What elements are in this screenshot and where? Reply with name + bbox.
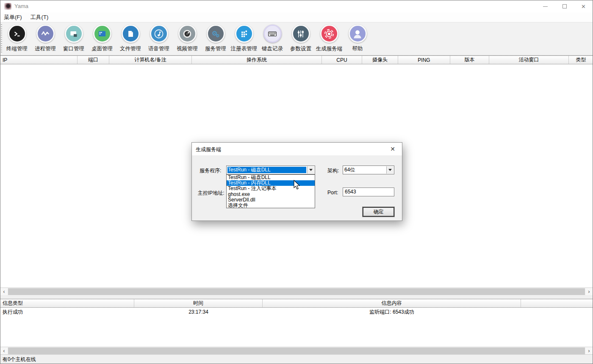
file-icon [125,28,136,39]
scroll-thumb[interactable] [8,347,585,354]
scroll-right-button[interactable]: › [585,347,593,354]
dialog-title-bar: 生成服务端 ✕ [192,143,402,155]
toolbar: 终端管理 进程管理 窗口管理 [0,22,593,55]
column-header-filler [521,299,593,307]
menu-item-file[interactable]: 菜单(F) [0,13,26,22]
help-icon [352,28,363,40]
column-header-msg-content[interactable]: 信息内容 [263,299,521,307]
panel-splitter[interactable] [0,295,593,299]
toolbar-item-terminal[interactable]: 终端管理 [3,25,31,55]
build-server-icon [323,28,335,40]
chevron-down-icon [388,169,392,171]
column-header-ip[interactable]: IP [0,56,78,64]
column-header-camera[interactable]: 摄像头 [362,56,398,64]
app-icon [4,3,11,10]
toolbar-item-file[interactable]: 文件管理 [116,25,144,55]
terminal-icon [11,28,22,39]
desktop-icon [97,28,108,39]
online-hosts-status: 有0个主机在线 [0,356,36,363]
combobox-dropdown-button[interactable] [307,166,314,174]
chevron-down-icon [309,169,313,171]
keylogger-icon [266,28,278,40]
app-title: Yama [14,3,28,9]
toolbar-item-registry[interactable]: 注册表管理 [230,25,258,55]
minimize-icon [543,6,548,7]
toolbar-item-desktop[interactable]: 桌面管理 [88,25,116,55]
arch-label: 架构: [327,167,339,174]
toolbar-item-audio[interactable]: 语音管理 [145,25,173,55]
column-header-type[interactable]: 类型 [569,56,593,64]
log-table-row[interactable]: 执行成功 23:17:34 监听端口: 6543成功 [0,308,593,316]
scroll-right-button[interactable]: › [585,288,593,295]
toolbar-item-process[interactable]: 进程管理 [31,25,59,55]
build-server-dialog: 生成服务端 ✕ 服务程序: TestRun - 磁盘DLL 架构: 64位 主控… [191,142,402,221]
service-program-dropdown-list: TestRun - 磁盘DLL TestRun - 内存DLL TestRun … [226,174,315,208]
port-input[interactable]: 6543 [343,188,394,196]
log-cell-time: 23:17:34 [134,308,263,316]
column-header-msg-type[interactable]: 信息类型 [0,299,134,307]
column-header-computer[interactable]: 计算机名/备注 [109,56,192,64]
title-bar: Yama ✕ [0,0,593,13]
registry-icon [238,28,249,39]
toolbar-item-window[interactable]: 窗口管理 [60,25,88,55]
column-header-active-window[interactable]: 活动窗口 [489,56,569,64]
service-program-combobox[interactable]: TestRun - 磁盘DLL [226,165,315,174]
service-icon: ⚙ ⚙ [210,28,222,40]
toolbar-grip [1,24,2,53]
column-header-cpu[interactable]: CPU [322,56,362,64]
column-header-os[interactable]: 操作系统 [192,56,322,64]
maximize-button[interactable] [555,0,574,13]
log-list-area[interactable] [0,316,593,347]
service-program-value: TestRun - 磁盘DLL [227,167,306,173]
dropdown-item[interactable]: ghost.exe [227,192,315,197]
toolbar-item-build-server[interactable]: 生成服务端 [315,25,343,55]
app-window: Yama ✕ 菜单(F) 工具(T) 终端管理 [0,0,593,364]
ok-button[interactable]: 确定 [363,207,394,217]
host-table-header: IP 端口 计算机名/备注 操作系统 CPU 摄像头 PING 版本 活动窗口 … [0,55,593,64]
control-ip-label: 主控IP地址: [198,190,224,197]
column-header-version[interactable]: 版本 [450,56,489,64]
toolbar-item-help[interactable]: 帮助 [344,25,371,55]
toolbar-item-keylogger[interactable]: 键盘记录 [258,25,286,55]
host-list-hscrollbar[interactable]: ‹ › [0,287,593,295]
column-header-ping[interactable]: PING [398,56,450,64]
status-bar: 有0个主机在线 [0,354,593,364]
column-header-port[interactable]: 端口 [78,56,109,64]
toolbar-item-video[interactable]: 视频管理 [173,25,201,55]
log-table-header: 信息类型 时间 信息内容 [0,299,593,308]
video-icon [181,28,193,40]
log-list-hscrollbar[interactable]: ‹ › [0,347,593,354]
dropdown-item[interactable]: ServerDll.dll [227,197,315,203]
dropdown-item-selected[interactable]: TestRun - 内存DLL [227,180,315,186]
close-icon: ✕ [581,3,586,10]
log-cell-content: 监听端口: 6543成功 [263,308,521,316]
dropdown-item[interactable]: 选择文件 [227,203,315,208]
dialog-title: 生成服务端 [196,146,221,153]
maximize-icon [563,4,567,8]
toolbar-item-settings[interactable]: 参数设置 [287,25,315,55]
settings-icon [295,28,306,39]
dialog-close-button[interactable]: ✕ [386,143,399,155]
scroll-left-button[interactable]: ‹ [0,288,8,295]
close-button[interactable]: ✕ [574,0,593,13]
dropdown-item[interactable]: TestRun - 注入记事本 [227,186,315,191]
dropdown-item[interactable]: TestRun - 磁盘DLL [227,175,315,180]
window-icon [68,28,79,39]
audio-icon [153,28,165,40]
toolbar-item-service[interactable]: ⚙ ⚙ 服务管理 [202,25,230,55]
menu-item-tools[interactable]: 工具(T) [26,13,53,22]
log-cell-type: 执行成功 [0,308,134,316]
scroll-left-button[interactable]: ‹ [0,347,8,354]
arch-value: 64位 [344,167,385,173]
svg-text:⚙: ⚙ [216,33,219,38]
port-label: Port: [327,190,338,196]
process-icon [40,28,51,39]
combobox-dropdown-button[interactable] [386,166,393,174]
scroll-thumb[interactable] [8,288,585,295]
column-header-time[interactable]: 时间 [134,299,263,307]
arch-combobox[interactable]: 64位 [343,165,394,174]
minimize-button[interactable] [536,0,555,13]
service-program-label: 服务程序: [200,167,221,174]
menu-bar: 菜单(F) 工具(T) [0,13,593,22]
